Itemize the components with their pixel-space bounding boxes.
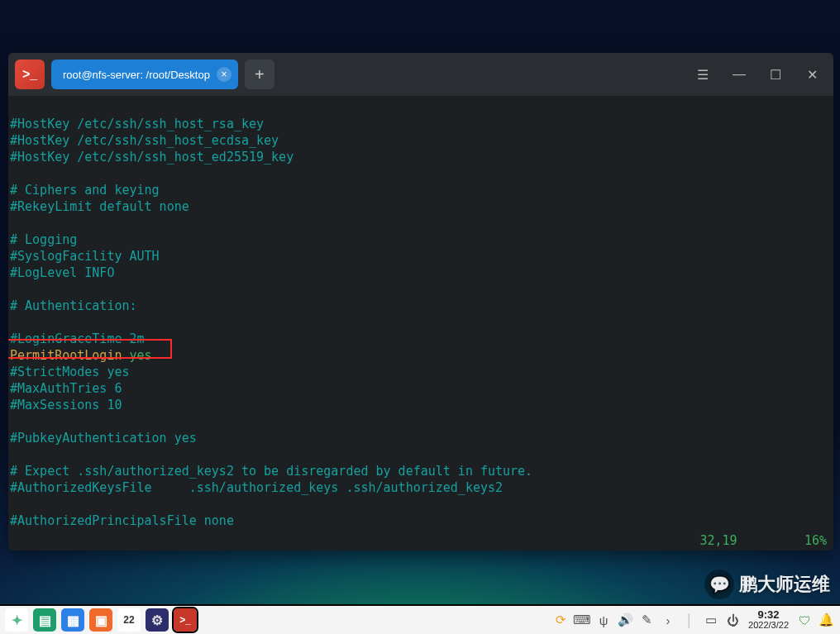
tab-title: root@nfs-server: /root/Desktop bbox=[63, 69, 210, 81]
launcher-settings[interactable]: ⚙ bbox=[146, 608, 169, 632]
config-value: yes bbox=[130, 348, 152, 363]
config-line: #HostKey /etc/ssh/ssh_host_ecdsa_key bbox=[10, 133, 279, 148]
launcher-start[interactable]: ✦ bbox=[5, 608, 28, 632]
terminal-app-icon: >_ bbox=[15, 60, 45, 89]
config-line: #StrictModes yes bbox=[10, 365, 130, 379]
launcher-store[interactable]: ▣ bbox=[89, 608, 112, 632]
config-key: PermitRootLogin bbox=[10, 348, 122, 363]
titlebar: >_ root@nfs-server: /root/Desktop × + ☰ … bbox=[8, 53, 833, 96]
launcher-terminal[interactable]: >_ bbox=[174, 608, 197, 632]
config-line: #LoginGraceTime 2m bbox=[10, 331, 145, 346]
config-line: # Logging bbox=[10, 232, 77, 247]
clock-time: 9:32 bbox=[758, 610, 780, 620]
tray-shield[interactable]: 🛡 bbox=[795, 611, 814, 629]
config-line: #MaxSessions 10 bbox=[10, 398, 122, 412]
minimize-button[interactable]: — bbox=[724, 60, 754, 89]
clock-date: 2022/3/22 bbox=[748, 620, 789, 630]
tray-power[interactable]: ⏻ bbox=[723, 611, 742, 629]
config-line: #MaxAuthTries 6 bbox=[10, 381, 122, 396]
launcher-files[interactable]: ▦ bbox=[61, 608, 84, 632]
tray-usb[interactable]: ψ bbox=[594, 611, 613, 629]
config-line: # Authentication: bbox=[10, 298, 137, 313]
tray-update[interactable]: ⟳ bbox=[551, 611, 570, 629]
hamburger-menu-icon[interactable]: ☰ bbox=[688, 60, 718, 89]
close-tab-icon[interactable]: × bbox=[217, 67, 231, 82]
launcher-calendar[interactable]: 22 bbox=[117, 608, 141, 632]
scroll-percent: 16% bbox=[804, 533, 827, 548]
taskbar: ✦▤▦▣22⚙>_ ⟳⌨ψ🔊✎›│▭⏻9:322022/3/22🛡🔔 bbox=[0, 604, 840, 634]
launcher-tasks[interactable]: ▤ bbox=[33, 608, 56, 632]
terminal-body[interactable]: #HostKey /etc/ssh/ssh_host_rsa_key #Host… bbox=[8, 96, 833, 551]
watermark-text: 鹏大师运维 bbox=[739, 572, 830, 597]
config-line: #HostKey /etc/ssh/ssh_host_ed25519_key bbox=[10, 150, 294, 164]
tab-active[interactable]: root@nfs-server: /root/Desktop × bbox=[51, 60, 238, 89]
config-line: #AuthorizedKeysFile .ssh/authorized_keys… bbox=[10, 480, 503, 495]
maximize-button[interactable]: ☐ bbox=[761, 60, 790, 89]
tray-notify[interactable]: 🔔 bbox=[817, 611, 835, 629]
config-line: # Ciphers and keying bbox=[10, 183, 160, 198]
config-line: #RekeyLimit default none bbox=[10, 199, 189, 214]
config-line: #AuthorizedPrincipalsFile none bbox=[10, 513, 234, 528]
config-line: #LogLevel INFO bbox=[10, 265, 114, 280]
tray-more[interactable]: › bbox=[659, 611, 677, 629]
config-line: # Expect .ssh/authorized_keys2 to be dis… bbox=[10, 464, 532, 479]
tray-keyboard[interactable]: ⌨ bbox=[573, 611, 591, 629]
watermark: 💬 鹏大师运维 bbox=[704, 570, 830, 599]
terminal-window: >_ root@nfs-server: /root/Desktop × + ☰ … bbox=[8, 53, 833, 551]
tray-edit[interactable]: ✎ bbox=[637, 611, 656, 629]
config-line: #HostKey /etc/ssh/ssh_host_rsa_key bbox=[10, 117, 264, 131]
desktop: >_ root@nfs-server: /root/Desktop × + ☰ … bbox=[0, 0, 840, 634]
config-line: #PubkeyAuthentication yes bbox=[10, 431, 197, 446]
config-line: #SyslogFacility AUTH bbox=[10, 249, 160, 264]
tray-desktop[interactable]: ▭ bbox=[702, 611, 720, 629]
wechat-icon: 💬 bbox=[704, 570, 734, 599]
cursor-position: 32,19 bbox=[699, 533, 737, 548]
clock[interactable]: 9:322022/3/22 bbox=[748, 610, 789, 630]
tray-divider[interactable]: │ bbox=[680, 611, 699, 629]
tray-volume[interactable]: 🔊 bbox=[616, 611, 634, 629]
new-tab-button[interactable]: + bbox=[245, 60, 274, 89]
close-window-button[interactable]: ✕ bbox=[797, 60, 827, 89]
